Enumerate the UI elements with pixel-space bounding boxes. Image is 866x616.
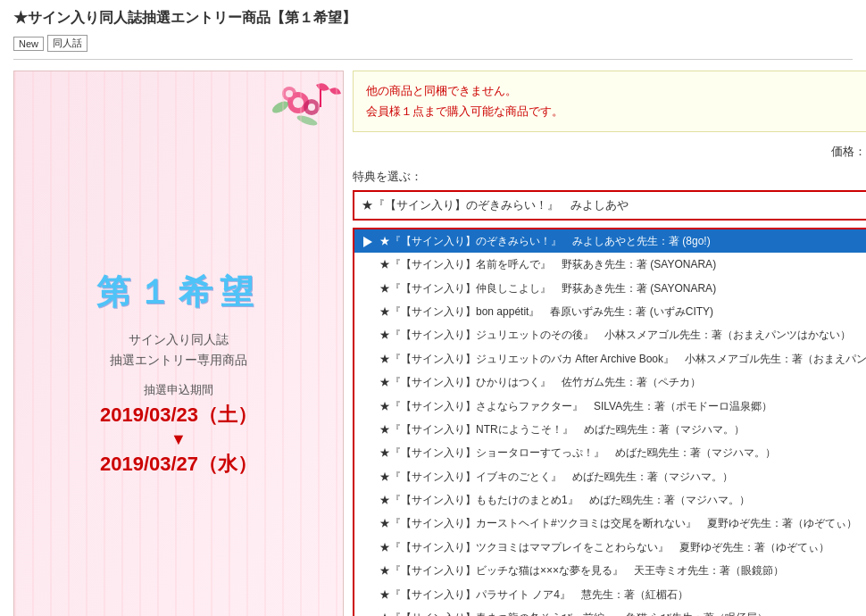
benefit-select-box[interactable]: ★『【サイン入り】のぞきみらい！』 みよしあや ▶ <box>353 190 866 221</box>
dropdown-item-text: ★『【サイン入り】ジュリエットのバカ After Archive Book』 小… <box>379 350 866 368</box>
svg-marker-12 <box>363 237 372 247</box>
dropdown-item[interactable]: ★『【サイン入り】ジュリエットのその後』 小林スメアゴル先生：著（おまえパンツは… <box>354 323 866 346</box>
dropdown-item[interactable]: ★『【サイン入り】ツクヨミはママプレイをことわらない』 夏野ゆぞ先生：著（ゆぞて… <box>354 536 866 559</box>
dropdown-item-text: ★『【サイン入り】春まつ龍の冬そうび 前編』 魚猫 らび先生：著（眠仔屋） <box>379 609 768 616</box>
dropdown-item[interactable]: ★『【サイン入り】名前を呼んで』 野荻あき先生：著 (SAYONARA) <box>354 253 866 276</box>
dropdown-item[interactable]: ★『【サイン入り】のぞきみらい！』 みよしあやと先生：著 (8go!) <box>354 229 866 253</box>
benefit-dropdown-list[interactable]: ★『【サイン入り】のぞきみらい！』 みよしあやと先生：著 (8go!)★『【サイ… <box>353 228 866 616</box>
dropdown-item-text: ★『【サイン入り】ツクヨミはママプレイをことわらない』 夏野ゆぞ先生：著（ゆぞて… <box>379 538 829 556</box>
tag-new[interactable]: New <box>13 37 44 51</box>
dropdown-item-text: ★『【サイン入り】NTRにようこそ！』 めばた鴎先生：著（マジハマ。） <box>379 420 745 438</box>
dropdown-item-text: ★『【サイン入り】ビッチな猫は×××な夢を見る』 天王寺ミオ先生：著（眼鏡節） <box>379 562 784 579</box>
dropdown-item-text: ★『【サイン入り】イブキのごとく』 めばた鴎先生：著（マジハマ。） <box>379 468 733 486</box>
dropdown-item-text: ★『【サイン入り】仲良しこよし』 野荻あき先生：著 (SAYONARA) <box>379 279 716 297</box>
dropdown-item[interactable]: ★『【サイン入り】カーストヘイト#ツクヨミは交尾を断れない』 夏野ゆぞ先生：著（… <box>354 512 866 535</box>
dropdown-item-text: ★『【サイン入り】ももたけのまとめ1』 めばた鴎先生：著（マジハマ。） <box>379 491 750 509</box>
price-label: 価格： <box>831 145 866 158</box>
dropdown-item-text: ★『【サイン入り】のぞきみらい！』 みよしあやと先生：著 (8go!) <box>379 232 711 250</box>
dropdown-item[interactable]: ★『【サイン入り】ひかりはつく』 佐竹ガム先生：著（ペチカ） <box>354 370 866 394</box>
dropdown-item-text: ★『【サイン入り】ショータローすてっぷ！』 めばた鴎先生：著（マジハマ。） <box>379 444 776 462</box>
product-date-start: 2019/03/23（土） <box>32 402 325 429</box>
warning-line2: 会員様１点まで購入可能な商品です。 <box>366 101 866 121</box>
dropdown-item[interactable]: ★『【サイン入り】仲良しこよし』 野荻あき先生：著 (SAYONARA) <box>354 277 866 300</box>
tag-doujin[interactable]: 同人話 <box>47 35 87 52</box>
dropdown-item[interactable]: ★『【サイン入り】ショータローすてっぷ！』 めばた鴎先生：著（マジハマ。） <box>354 441 866 464</box>
dropdown-item[interactable]: ★『【サイン入り】ももたけのまとめ1』 めばた鴎先生：著（マジハマ。） <box>354 488 866 512</box>
divider <box>13 59 853 60</box>
product-period-label: 抽選申込期間 <box>32 382 325 398</box>
dropdown-item-text: ★『【サイン入り】カーストヘイト#ツクヨミは交尾を断れない』 夏野ゆぞ先生：著（… <box>379 514 857 532</box>
main-content: 第１希望 サイン入り同人誌 抽選エントリー専用商品 抽選申込期間 2019/03… <box>13 71 853 616</box>
product-subtitle: サイン入り同人誌 抽選エントリー専用商品 <box>32 329 325 370</box>
warning-box: 他の商品と同梱できません。 会員様１点まで購入可能な商品です。 <box>353 71 866 132</box>
dropdown-item-text: ★『【サイン入り】ひかりはつく』 佐竹ガム先生：著（ペチカ） <box>379 373 701 391</box>
dropdown-item[interactable]: ★『【サイン入り】パラサイト ノア4』 慧先生：著（紅楣石） <box>354 583 866 606</box>
product-date-end: 2019/03/27（水） <box>32 451 325 478</box>
dropdown-item-text: ★『【サイン入り】パラサイト ノア4』 慧先生：著（紅楣石） <box>379 586 688 604</box>
tags-row: New 同人話 <box>13 35 853 52</box>
product-image-area: 第１希望 サイン入り同人誌 抽選エントリー専用商品 抽選申込期間 2019/03… <box>13 71 344 616</box>
dropdown-item[interactable]: ★『【サイン入り】イブキのごとく』 めばた鴎先生：著（マジハマ。） <box>354 465 866 488</box>
warning-line1: 他の商品と同梱できません。 <box>366 80 866 101</box>
product-title-japanese: 第１希望 <box>32 270 325 315</box>
dropdown-item[interactable]: ★『【サイン入り】春まつ龍の冬そうび 前編』 魚猫 らび先生：著（眠仔屋） <box>354 606 866 616</box>
dropdown-item-text: ★『【サイン入り】bon appétit』 春原いずみ先生：著 (いずみCITY… <box>379 303 713 320</box>
dropdown-item[interactable]: ★『【サイン入り】ジュリエットのバカ After Archive Book』 小… <box>354 347 866 370</box>
dropdown-item-text: ★『【サイン入り】さよならファクター』 SILVA先生：著（ポモドーロ温泉郷） <box>379 397 772 415</box>
product-info-area: 他の商品と同梱できません。 会員様１点まで購入可能な商品です。 価格： 0 円（… <box>353 71 866 616</box>
dropdown-item[interactable]: ★『【サイン入り】bon appétit』 春原いずみ先生：著 (いずみCITY… <box>354 300 866 323</box>
dropdown-item-text: ★『【サイン入り】名前を呼んで』 野荻あき先生：著 (SAYONARA) <box>379 255 716 273</box>
dropdown-item[interactable]: ★『【サイン入り】さよならファクター』 SILVA先生：著（ポモドーロ温泉郷） <box>354 395 866 418</box>
page-title: ★サイン入り同人誌抽選エントリー商品【第１希望】 <box>13 9 853 28</box>
benefit-selected-text: ★『【サイン入り】のぞきみらい！』 みよしあや <box>362 197 629 213</box>
price-row: 価格： 0 円（税込） <box>353 143 866 160</box>
dropdown-item-text: ★『【サイン入り】ジュリエットのその後』 小林スメアゴル先生：著（おまえパンツは… <box>379 326 851 344</box>
dropdown-item[interactable]: ★『【サイン入り】NTRにようこそ！』 めばた鴎先生：著（マジハマ。） <box>354 418 866 441</box>
product-dates: 2019/03/23（土） ▼ 2019/03/27（水） <box>32 402 325 478</box>
benefit-label: 特典を選ぶ： <box>353 169 866 185</box>
product-date-arrow: ▼ <box>32 430 325 449</box>
dropdown-item[interactable]: ★『【サイン入り】ビッチな猫は×××な夢を見る』 天王寺ミオ先生：著（眼鏡節） <box>354 559 866 582</box>
